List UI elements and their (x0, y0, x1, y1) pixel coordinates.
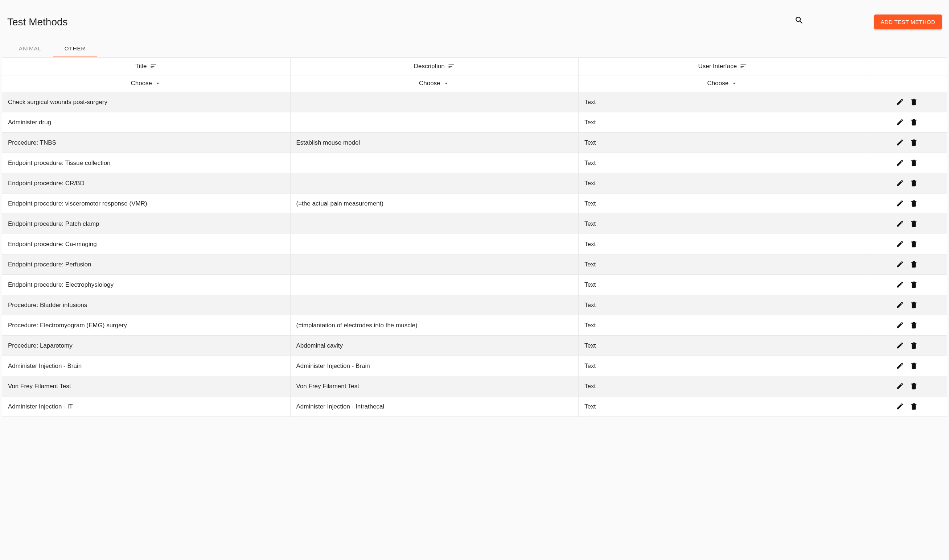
filter-label: Choose (419, 80, 440, 87)
cell-actions (867, 214, 947, 234)
delete-button[interactable] (908, 320, 919, 331)
cell-description: (=implantation of electrodes into the mu… (290, 315, 579, 335)
cell-actions (867, 153, 947, 173)
cell-user-interface: Text (579, 315, 867, 335)
cell-description (290, 295, 579, 315)
cell-actions (867, 112, 947, 133)
cell-actions (867, 356, 947, 376)
test-methods-table: Title Description User Interface (2, 57, 947, 417)
edit-button[interactable] (895, 96, 906, 107)
cell-user-interface: Text (579, 254, 867, 275)
delete-button[interactable] (908, 137, 919, 148)
edit-button[interactable] (895, 157, 906, 168)
delete-button[interactable] (908, 178, 919, 188)
cell-user-interface: Text (579, 153, 867, 173)
delete-button[interactable] (908, 401, 919, 412)
cell-user-interface: Text (579, 295, 867, 315)
table-row: Endpoint procedure: visceromotor respons… (2, 194, 947, 214)
edit-button[interactable] (895, 340, 906, 351)
tab-animal[interactable]: ANIMAL (7, 40, 53, 57)
cell-user-interface: Text (579, 133, 867, 153)
search-input[interactable] (806, 20, 867, 26)
delete-button[interactable] (908, 299, 919, 310)
cell-user-interface: Text (579, 112, 867, 133)
sort-icon (150, 63, 157, 70)
delete-button[interactable] (908, 96, 919, 107)
cell-actions (867, 295, 947, 315)
edit-button[interactable] (895, 238, 906, 249)
column-header-description-label: Description (414, 63, 445, 70)
cell-description: Von Frey Filament Test (290, 376, 579, 397)
search-icon (795, 15, 804, 26)
table-row: Von Frey Filament TestVon Frey Filament … (2, 376, 947, 397)
filter-ui-choose[interactable]: Choose (706, 79, 739, 88)
cell-description (290, 153, 579, 173)
cell-title: Endpoint procedure: Perfusion (2, 254, 290, 275)
delete-button[interactable] (908, 117, 919, 128)
edit-button[interactable] (895, 401, 906, 412)
cell-description (290, 112, 579, 133)
search-field[interactable] (795, 15, 867, 28)
cell-user-interface: Text (579, 376, 867, 397)
table-row: Procedure: TNBSEstablish mouse modelText (2, 133, 947, 153)
delete-button[interactable] (908, 218, 919, 229)
column-header-description[interactable]: Description (290, 58, 579, 75)
cell-title: Procedure: Laparotomy (2, 335, 290, 356)
edit-button[interactable] (895, 178, 906, 188)
edit-button[interactable] (895, 218, 906, 229)
edit-button[interactable] (895, 117, 906, 128)
cell-title: Von Frey Filament Test (2, 376, 290, 397)
cell-description: Abdominal cavity (290, 335, 579, 356)
cell-actions (867, 254, 947, 275)
cell-description: Establish mouse model (290, 133, 579, 153)
sort-icon (447, 63, 455, 70)
cell-user-interface: Text (579, 397, 867, 417)
edit-button[interactable] (895, 299, 906, 310)
cell-description: Administer Injection - Brain (290, 356, 579, 376)
delete-button[interactable] (908, 360, 919, 371)
table-row: Endpoint procedure: Patch clampText (2, 214, 947, 234)
add-test-method-button[interactable]: ADD TEST METHOD (874, 14, 942, 29)
delete-button[interactable] (908, 381, 919, 391)
cell-description (290, 254, 579, 275)
filter-description-choose[interactable]: Choose (418, 79, 451, 88)
cell-user-interface: Text (579, 275, 867, 295)
delete-button[interactable] (908, 340, 919, 351)
delete-button[interactable] (908, 259, 919, 270)
table-row: Check surgical wounds post-surgeryText (2, 92, 947, 112)
column-header-user-interface[interactable]: User Interface (579, 58, 867, 75)
tab-other[interactable]: OTHER (53, 40, 97, 57)
cell-user-interface: Text (579, 214, 867, 234)
cell-description (290, 234, 579, 254)
cell-user-interface: Text (579, 234, 867, 254)
filter-title-choose[interactable]: Choose (130, 79, 162, 88)
table-row: Endpoint procedure: ElectrophysiologyTex… (2, 275, 947, 295)
edit-button[interactable] (895, 279, 906, 290)
edit-button[interactable] (895, 320, 906, 331)
cell-title: Procedure: TNBS (2, 133, 290, 153)
table-row: Administer Injection - ITAdminister Inje… (2, 397, 947, 417)
cell-title: Endpoint procedure: CR/BD (2, 173, 290, 194)
cell-title: Procedure: Electromyogram (EMG) surgery (2, 315, 290, 335)
chevron-down-icon (154, 80, 161, 87)
cell-actions (867, 133, 947, 153)
column-header-title[interactable]: Title (2, 58, 290, 75)
delete-button[interactable] (908, 279, 919, 290)
cell-title: Endpoint procedure: Ca-imaging (2, 234, 290, 254)
edit-button[interactable] (895, 198, 906, 209)
delete-button[interactable] (908, 198, 919, 209)
edit-button[interactable] (895, 360, 906, 371)
cell-user-interface: Text (579, 335, 867, 356)
edit-button[interactable] (895, 259, 906, 270)
sort-icon (740, 63, 747, 70)
delete-button[interactable] (908, 238, 919, 249)
edit-button[interactable] (895, 137, 906, 148)
cell-actions (867, 275, 947, 295)
table-row: Administer drugText (2, 112, 947, 133)
delete-button[interactable] (908, 157, 919, 168)
cell-description (290, 214, 579, 234)
column-header-ui-label: User Interface (698, 63, 737, 70)
edit-button[interactable] (895, 381, 906, 391)
cell-user-interface: Text (579, 356, 867, 376)
tabs: ANIMALOTHER (0, 40, 949, 57)
